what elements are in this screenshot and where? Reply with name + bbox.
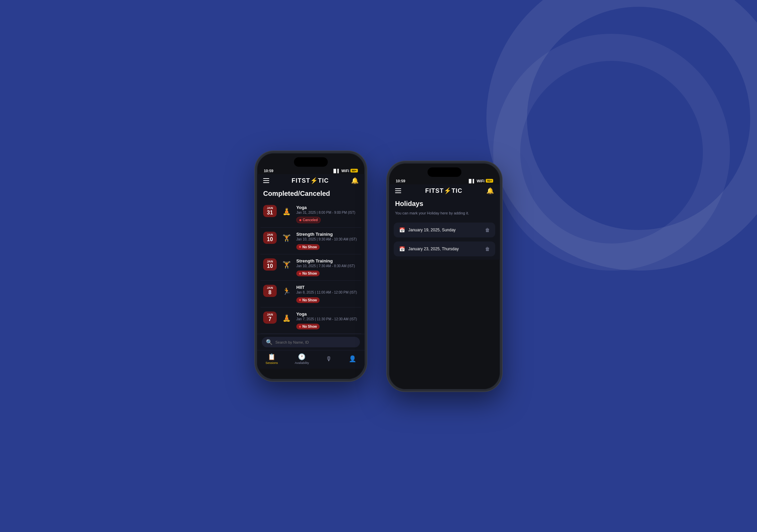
logo-right: FITST⚡TIC <box>425 187 462 194</box>
status-dot-4 <box>299 299 301 301</box>
bg-circle-1 <box>486 0 757 271</box>
date-badge-4: Jan 8 <box>263 285 277 297</box>
holidays-subtitle: You can mark your Holiday here by adding… <box>389 211 500 219</box>
date-badge-1: Jan 31 <box>263 205 277 217</box>
status-badge-3: No Show <box>296 271 320 276</box>
page-title-left: Completed/Canceled <box>257 188 365 201</box>
session-name-1: Yoga <box>296 205 359 210</box>
delete-holiday-1[interactable]: 🗑 <box>485 227 490 233</box>
status-bar-right: 10:59 ▐▌▌ WiFi 51+ <box>389 177 500 184</box>
calendar-icon-1: 📅 <box>399 227 405 233</box>
holiday-list: 📅 January 19, 2025, Sunday 🗑 📅 January 2… <box>389 219 500 260</box>
bell-button-right[interactable]: 🔔 <box>486 187 494 194</box>
session-icon-3: 🏋 <box>280 258 293 271</box>
month-5: Jan <box>267 313 273 316</box>
profile-icon: 👤 <box>349 355 356 363</box>
month-4: Jan <box>267 286 273 290</box>
date-badge-3: Jan 10 <box>263 258 277 271</box>
holiday-date-2: January 23, 2025, Thursday <box>408 247 459 251</box>
delete-holiday-2[interactable]: 🗑 <box>485 246 490 252</box>
month-1: Jan <box>267 206 273 210</box>
status-badge-2: No Show <box>296 244 320 250</box>
session-info-5: Yoga Jan 7, 2025 | 11:30 PM - 12:30 AM (… <box>296 311 359 330</box>
calendar-icon-2: 📅 <box>399 246 405 252</box>
time-left: 10:59 <box>264 169 273 173</box>
session-icon-5: 🧘 <box>280 311 293 324</box>
session-name-4: HIIT <box>296 285 359 290</box>
logo-left: FITST⚡TIC <box>292 177 329 184</box>
search-input-wrap: 🔍 <box>262 337 360 347</box>
session-icon-4: 🏃 <box>280 285 293 298</box>
status-dot-2 <box>299 246 301 248</box>
search-icon: 🔍 <box>266 339 273 345</box>
menu-button-left[interactable] <box>263 178 269 183</box>
date-badge-5: Jan 7 <box>263 311 277 324</box>
availability-icon: 🕐 <box>298 353 305 361</box>
phone-right: 10:59 ▐▌▌ WiFi 51+ FITST⚡TIC 🔔 <box>387 161 502 391</box>
status-dot-3 <box>299 273 301 275</box>
nav-availability[interactable]: 🕐 Availability <box>295 353 309 365</box>
session-name-3: Strength Training <box>296 258 359 263</box>
nav-sessions[interactable]: 📋 Sessions <box>266 353 278 365</box>
holiday-date-1: January 19, 2025, Sunday <box>408 228 456 232</box>
search-input[interactable] <box>275 340 356 344</box>
app-header-left: FITST⚡TIC 🔔 <box>257 174 365 188</box>
status-icons-left: ▐▌▌ WiFi 60+ <box>332 169 358 173</box>
date-badge-2: Jan 10 <box>263 232 277 244</box>
sessions-list: Jan 31 🧘 Yoga Jan 31, 2025 | 8:00 PM - 9… <box>257 201 365 334</box>
status-badge-4: No Show <box>296 297 320 303</box>
session-item-4: Jan 8 🏃 HIIT Jan 8, 2025 | 11:00 AM - 12… <box>260 281 361 307</box>
phones-container: 10:59 ▐▌▌ WiFi 60+ FITST⚡TIC 🔔 <box>255 141 502 391</box>
menu-button-right[interactable] <box>395 188 401 193</box>
day-5: 7 <box>269 316 272 322</box>
status-badge-5: No Show <box>296 324 320 329</box>
time-right: 10:59 <box>396 179 405 183</box>
session-item-3: Jan 10 🏋 Strength Training Jan 10, 2025 … <box>260 254 361 281</box>
day-2: 10 <box>267 236 273 242</box>
day-1: 31 <box>267 210 273 216</box>
bell-button-left[interactable]: 🔔 <box>351 177 359 184</box>
phone-left: 10:59 ▐▌▌ WiFi 60+ FITST⚡TIC 🔔 <box>255 151 367 381</box>
sessions-icon: 📋 <box>268 353 275 361</box>
session-info-1: Yoga Jan 31, 2025 | 8:00 PM - 9:00 PM (I… <box>296 205 359 224</box>
day-4: 8 <box>269 290 272 296</box>
screen-left: FITST⚡TIC 🔔 Completed/Canceled Jan 31 🧘 … <box>257 174 365 369</box>
wifi-icon-right: WiFi <box>477 179 484 183</box>
status-bar-left: 10:59 ▐▌▌ WiFi 60+ <box>257 167 365 174</box>
app-header-right: FITST⚡TIC 🔔 <box>389 184 500 198</box>
session-name-5: Yoga <box>296 311 359 317</box>
month-2: Jan <box>267 233 273 236</box>
battery-right: 51+ <box>486 179 493 183</box>
wifi-icon: WiFi <box>341 169 349 173</box>
battery-left: 60+ <box>350 169 358 172</box>
session-name-2: Strength Training <box>296 232 359 237</box>
bg-circle-2 <box>493 34 730 271</box>
session-time-5: Jan 7, 2025 | 11:30 PM - 12:30 AM (IST) <box>296 317 359 321</box>
month-3: Jan <box>267 260 273 263</box>
session-time-4: Jan 8, 2025 | 11:00 AM - 12:00 PM (IST) <box>296 291 359 294</box>
nav-mic[interactable]: 🎙 <box>326 355 332 363</box>
mic-icon: 🎙 <box>326 355 332 363</box>
signal-icon: ▐▌▌ <box>332 169 340 173</box>
status-badge-1: Canceled <box>296 217 321 223</box>
session-item-5: Jan 7 🧘 Yoga Jan 7, 2025 | 11:30 PM - 12… <box>260 307 361 334</box>
screen-right: FITST⚡TIC 🔔 Holidays You can mark your H… <box>389 184 500 260</box>
status-dot-1 <box>299 219 301 221</box>
signal-icon-right: ▐▌▌ <box>467 179 475 183</box>
bottom-nav-left: 📋 Sessions 🕐 Availability 🎙 👤 <box>257 350 365 369</box>
session-item-2: Jan 10 🏋 Strength Training Jan 10, 2025 … <box>260 228 361 254</box>
session-info-3: Strength Training Jan 10, 2025 | 7:30 AM… <box>296 258 359 277</box>
session-info-4: HIIT Jan 8, 2025 | 11:00 AM - 12:00 PM (… <box>296 285 359 303</box>
page-title-right: Holidays <box>389 198 500 211</box>
holiday-left-2: 📅 January 23, 2025, Thursday <box>399 246 459 252</box>
day-3: 10 <box>267 263 273 269</box>
session-time-2: Jan 10, 2025 | 9:30 AM - 10:30 AM (IST) <box>296 237 359 241</box>
holiday-left-1: 📅 January 19, 2025, Sunday <box>399 227 456 233</box>
dynamic-island-left <box>294 157 328 167</box>
holiday-item-1: 📅 January 19, 2025, Sunday 🗑 <box>394 223 495 237</box>
session-time-1: Jan 31, 2025 | 8:00 PM - 9:00 PM (IST) <box>296 211 359 214</box>
session-time-3: Jan 10, 2025 | 7:30 AM - 8:30 AM (IST) <box>296 264 359 268</box>
nav-profile[interactable]: 👤 <box>349 355 356 363</box>
session-icon-1: 🧘 <box>280 205 293 218</box>
session-item-1: Jan 31 🧘 Yoga Jan 31, 2025 | 8:00 PM - 9… <box>260 201 361 228</box>
